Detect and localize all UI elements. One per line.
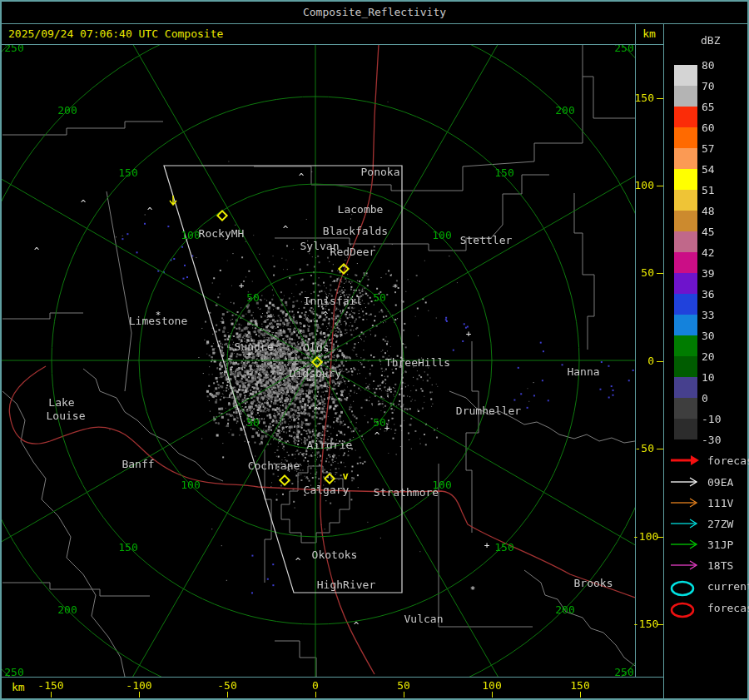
ring-distance-label: 150 (494, 541, 513, 554)
legend-arrow-icon (669, 559, 702, 575)
colorbar-band (674, 127, 697, 148)
colorbar-band-label: 54 (702, 163, 735, 176)
radial-line (82, 360, 315, 677)
legend-item: 27ZW (669, 515, 747, 535)
ring-distance-label: 200 (57, 603, 77, 616)
colorbar-band-label: 39 (702, 267, 735, 280)
colorbar-band-label: -30 (702, 434, 735, 446)
legend-item: 18TS (669, 557, 747, 577)
colorbar-band (674, 377, 697, 398)
timestamp-label: 2025/09/24 07:06:40 UTC Composite (8, 27, 223, 40)
city-label: Strathmore (374, 486, 439, 499)
bottom-axis-tick-label: -150 (30, 679, 72, 692)
ring-distance-label: 250 (614, 45, 633, 54)
caret-marker-icon: ^ (34, 246, 40, 256)
caret-marker-icon: ^ (374, 430, 380, 441)
caret-marker-icon: ^ (354, 620, 360, 631)
ring-distance-label: 150 (118, 541, 137, 554)
legend-arrow-icon (669, 517, 702, 534)
legend-item-label: 27ZW (707, 518, 733, 530)
colorbar-band (674, 294, 697, 315)
legend-arrow-icon (669, 454, 702, 470)
legend-arrow-icon (669, 538, 702, 554)
city-label: HighRiver (317, 578, 376, 591)
ring-distance-label: 100 (432, 229, 451, 241)
colorbar-band (674, 190, 697, 211)
colorbar-band-label: 10 (702, 371, 735, 384)
city-label: Drumheller (456, 405, 521, 417)
city-label: Blackfalds (323, 225, 388, 237)
city-label: Ponoka (361, 166, 400, 178)
ring-distance-label: 200 (555, 603, 574, 616)
colorbar-band-label: 45 (702, 226, 735, 238)
colorbar-band-label: 48 (702, 205, 735, 217)
ring-distance-label: 250 (614, 666, 633, 677)
city-label: Didsbury (290, 367, 342, 380)
legend-item: current (669, 578, 747, 598)
ring-distance-label: 150 (118, 166, 137, 179)
legend-ellipse-icon (669, 601, 702, 623)
caret-marker-icon: ^ (147, 206, 153, 216)
ring-distance-label: 50 (246, 291, 260, 304)
ring-distance-label: 250 (4, 666, 23, 677)
caret-marker-icon: ^ (323, 310, 329, 320)
right-axis-tick (657, 98, 663, 99)
ring-distance-label: 200 (57, 104, 77, 117)
bottom-axis-tick (404, 692, 404, 698)
colorbar-band-label: 33 (702, 309, 735, 321)
legend-arrow-icon (669, 496, 702, 513)
colorbar-band-label: 80 (702, 59, 735, 72)
city-label: Vulcan (404, 613, 444, 625)
legend-item-label: forecast (707, 454, 749, 467)
right-axis-tick-label: 0 (632, 355, 654, 367)
city-label: Louise (47, 410, 86, 422)
city-label: Lake (48, 396, 74, 409)
star-marker-icon: * (470, 584, 476, 595)
colorbar-band (674, 169, 697, 190)
right-axis-tick-label: -100 (632, 530, 654, 543)
colorbar-band (674, 335, 697, 356)
city-label: RockyMH (199, 227, 245, 240)
map-overlay: 5050505010010010010015015015015020020020… (2, 45, 635, 677)
colorbar-band-label: 70 (702, 80, 735, 92)
bottom-axis-tick-label: 50 (383, 679, 424, 692)
city-label: Lacombe (338, 203, 384, 216)
colorbar-band (674, 252, 697, 273)
bottom-axis-tick-label: 150 (559, 679, 601, 692)
right-axis-tick (657, 624, 663, 625)
city-label: Olds (303, 341, 329, 354)
city-label: Calgary (304, 484, 350, 496)
colorbar-band-label: 60 (702, 122, 735, 134)
right-axis-tick-label: 50 (632, 266, 654, 279)
city-label: Hanna (567, 365, 599, 378)
star-marker-icon: * (393, 282, 399, 293)
bottom-axis-tick-label: 0 (295, 679, 336, 692)
plus-marker-icon: + (466, 329, 472, 340)
ring-distance-label: 100 (181, 479, 200, 491)
ring-distance-label: 250 (4, 45, 23, 54)
colorbar-band (674, 356, 697, 377)
titlebar-divider (0, 23, 749, 24)
plus-marker-icon: + (484, 540, 490, 551)
right-axis-unit: km (635, 27, 663, 40)
ring-distance-label: 50 (246, 416, 260, 429)
city-label: Innisfail (304, 295, 362, 307)
city-label: ThreeHills (385, 356, 450, 369)
bottom-axis-tick (51, 692, 52, 698)
window-title: Composite_Reflectivity (0, 6, 749, 18)
city-label: Okotoks (312, 549, 358, 561)
bottom-axis-tick (315, 692, 316, 698)
radar-viewer-window: Composite_Reflectivity 2025/09/24 07:06:… (0, 0, 749, 700)
colorbar-band (674, 398, 697, 419)
caret-marker-icon: ^ (299, 171, 305, 182)
legend-item-label: forecast (707, 602, 749, 614)
radial-line (315, 360, 635, 593)
colorbar-band (674, 86, 697, 107)
colorbar-band-label: 51 (702, 184, 735, 196)
legend-item: 09EA (669, 474, 747, 494)
check-marker-icon: v (342, 470, 348, 482)
bottom-axis-tick (139, 692, 140, 698)
colorbar-band (674, 315, 697, 335)
ring-distance-label: 200 (555, 104, 574, 117)
colorbar-band-label: 65 (702, 101, 735, 113)
